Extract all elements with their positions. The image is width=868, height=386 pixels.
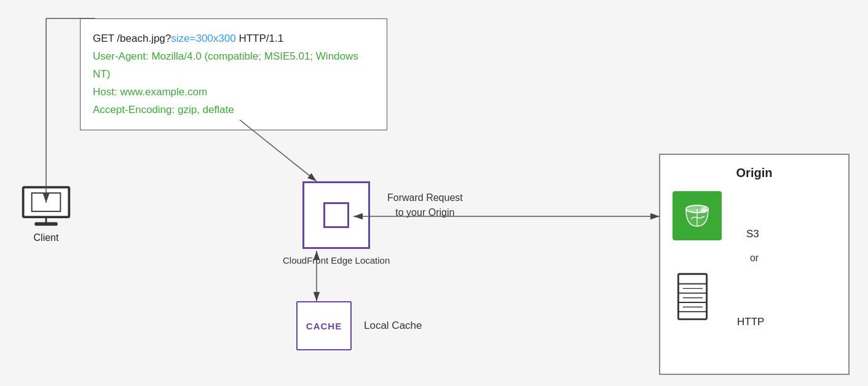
client-monitor-icon: [18, 184, 74, 227]
client-label: Client: [34, 232, 59, 243]
http-accept-encoding-line: Accept-Encoding: gzip, deflate: [93, 101, 374, 119]
http-server-icon: [673, 271, 712, 323]
http-row: HTTP: [673, 271, 836, 328]
diagram: GET /beach.jpg?size=300x300 HTTP/1.1 Use…: [0, 0, 868, 386]
svg-rect-8: [678, 274, 706, 320]
cache-area: CACHE Local Cache: [296, 301, 422, 350]
http-request-line1: GET /beach.jpg?size=300x300 HTTP/1.1: [93, 30, 374, 48]
or-label: or: [750, 253, 759, 264]
s3-label: S3: [746, 228, 759, 240]
cache-box: CACHE: [296, 301, 352, 350]
forward-request-text: Forward Requestto your Origin: [387, 191, 463, 220]
cloudfront-area: CloudFront Edge Location: [283, 181, 390, 266]
http-user-agent-line: User-Agent: Mozilla/4.0 (compatible; MSI…: [93, 48, 374, 84]
http-query-param: size=300x300: [171, 33, 235, 44]
svg-rect-0: [23, 187, 69, 218]
svg-rect-3: [34, 223, 57, 226]
http-version: HTTP/1.1: [236, 33, 283, 44]
cache-text: CACHE: [306, 321, 342, 331]
http-label: HTTP: [737, 316, 764, 328]
origin-title: Origin: [736, 166, 773, 180]
cache-label: Local Cache: [364, 320, 422, 332]
http-request-box: GET /beach.jpg?size=300x300 HTTP/1.1 Use…: [80, 18, 387, 130]
cloudfront-edge-inner: [323, 202, 349, 228]
cloudfront-label: CloudFront Edge Location: [283, 255, 390, 266]
s3-bucket-icon: [673, 191, 722, 240]
s3-row: S3: [673, 191, 836, 245]
origin-box: Origin S3 or: [659, 154, 850, 375]
http-host-line: Host: www.example.com: [93, 84, 374, 101]
http-get-text: GET /beach.jpg?: [93, 33, 171, 44]
cloudfront-edge-box: [302, 181, 370, 249]
client-area: Client: [18, 184, 74, 243]
